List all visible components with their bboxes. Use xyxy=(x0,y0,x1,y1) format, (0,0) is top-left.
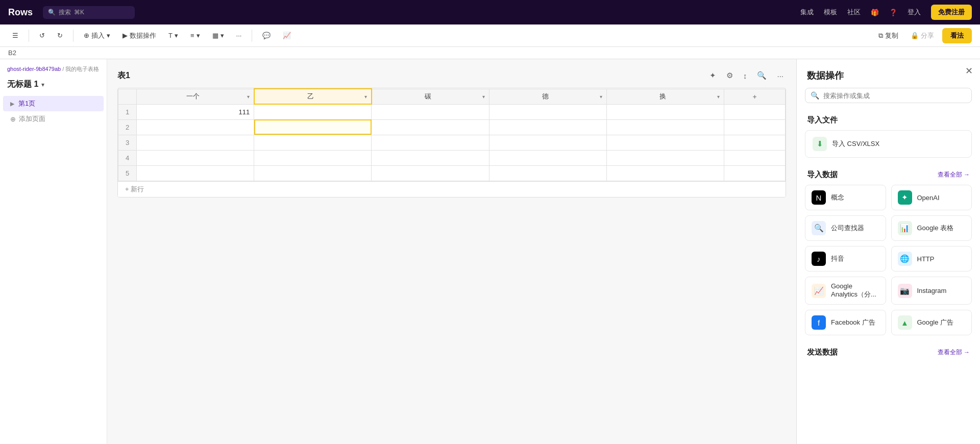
integration-card-douyin[interactable]: ♪抖音 xyxy=(805,246,886,272)
redo-button[interactable]: ↻ xyxy=(53,30,67,41)
sort-button[interactable]: ↕ xyxy=(741,70,750,82)
grid-cell[interactable] xyxy=(254,135,372,150)
lock-icon: 🔒 xyxy=(911,32,919,39)
insert-button[interactable]: ⊕ 插入 ▾ xyxy=(80,29,114,42)
nav-help-icon[interactable]: ❓ xyxy=(889,9,897,16)
col-c-caret[interactable]: ▾ xyxy=(482,94,485,100)
integration-card-notion[interactable]: N概念 xyxy=(805,185,886,210)
add-row-button[interactable]: + 新行 xyxy=(118,181,786,197)
grid-cell[interactable] xyxy=(372,135,489,150)
col-e-caret[interactable]: ▾ xyxy=(717,94,720,100)
grid-cell[interactable]: 111 xyxy=(137,104,254,119)
col-header-a[interactable]: 一个 ▾ xyxy=(137,89,254,104)
grid-cell[interactable] xyxy=(606,150,724,165)
chart-button[interactable]: 📈 xyxy=(279,30,295,41)
align-button[interactable]: ≡ ▾ xyxy=(186,30,204,41)
grid-cell-extra[interactable] xyxy=(724,165,786,181)
integration-card-openai[interactable]: ✦OpenAI xyxy=(891,185,972,210)
breadcrumb-user[interactable]: ghost-rider-9b8479ab xyxy=(7,66,61,72)
row-number: 5 xyxy=(118,165,137,181)
grid-cell[interactable] xyxy=(489,104,606,119)
nav-templates[interactable]: 模板 xyxy=(824,8,837,17)
more-options-button[interactable]: ··· xyxy=(232,30,246,41)
text-format-button[interactable]: T ▾ xyxy=(164,30,182,41)
integration-card-google-ads[interactable]: ▲Google 广告 xyxy=(891,310,972,335)
nav-community[interactable]: 社区 xyxy=(847,8,861,17)
doc-title-caret[interactable]: ▾ xyxy=(41,81,44,88)
grid-cell-extra[interactable] xyxy=(724,150,786,165)
grid-cell[interactable] xyxy=(372,119,489,135)
grid-cell[interactable] xyxy=(489,165,606,181)
col-b-caret[interactable]: ▾ xyxy=(364,94,367,100)
cell-reference: B2 xyxy=(8,49,16,57)
grid-cell[interactable] xyxy=(137,165,254,181)
integration-card-facebook-ads[interactable]: fFacebook 广告 xyxy=(805,310,886,335)
panel-search-box[interactable]: 🔍 xyxy=(805,88,972,103)
integration-card-http[interactable]: 🌐HTTP xyxy=(891,246,972,272)
breadcrumb-sheet: 我的电子表格 xyxy=(65,66,99,72)
format-button[interactable]: ▦ ▾ xyxy=(208,30,228,41)
share-button[interactable]: 🔒 分享 xyxy=(906,29,938,42)
search-sheet-button[interactable]: 🔍 xyxy=(754,69,769,82)
filter-button[interactable]: ⚙ xyxy=(724,69,736,82)
google-sheets-icon: 📊 xyxy=(898,221,912,235)
grid-cell[interactable] xyxy=(137,135,254,150)
col-header-b[interactable]: 乙 ▾ xyxy=(254,89,372,104)
see-all-send-button[interactable]: 查看全部 → xyxy=(938,348,970,357)
grid-cell[interactable] xyxy=(137,119,254,135)
sheet-header: 表1 ✦ ⚙ ↕ 🔍 ··· xyxy=(117,69,786,82)
panel-close-button[interactable]: ✕ xyxy=(965,65,973,77)
sidebar-toggle-button[interactable]: ☰ xyxy=(8,30,22,41)
grid-cell[interactable] xyxy=(372,104,489,119)
grid-cell-extra[interactable] xyxy=(724,119,786,135)
ai-suggest-button[interactable]: ✦ xyxy=(707,69,719,82)
grid-cell[interactable] xyxy=(137,150,254,165)
row-number: 4 xyxy=(118,150,137,165)
undo-button[interactable]: ↺ xyxy=(35,30,49,41)
grid-cell[interactable] xyxy=(254,104,372,119)
row-number: 1 xyxy=(118,104,137,119)
grid-cell[interactable] xyxy=(254,165,372,181)
grid-cell[interactable] xyxy=(489,135,606,150)
integration-card-instagram[interactable]: 📷Instagram xyxy=(891,277,972,305)
import-csv-button[interactable]: ⬇ 导入 CSV/XLSX xyxy=(805,130,972,158)
nav-gift-icon: 🎁 xyxy=(871,9,879,16)
doc-title: 无标题 1 xyxy=(7,79,38,90)
add-page-button[interactable]: ⊕ 添加页面 xyxy=(3,111,104,127)
col-d-caret[interactable]: ▾ xyxy=(600,94,602,100)
grid-cell[interactable] xyxy=(489,150,606,165)
free-register-button[interactable]: 免费注册 xyxy=(931,5,972,20)
nav-login[interactable]: 登入 xyxy=(908,8,921,17)
search-bar[interactable]: 🔍 搜索 ⌘K xyxy=(43,6,135,19)
integration-card-company-finder[interactable]: 🔍公司查找器 xyxy=(805,215,886,241)
integration-card-google-analytics[interactable]: 📈Google Analytics（分... xyxy=(805,277,886,305)
grid-cell-extra[interactable] xyxy=(724,104,786,119)
grid-cell[interactable] xyxy=(606,119,724,135)
grid-cell[interactable] xyxy=(606,165,724,181)
send-data-section-header: 发送数据 xyxy=(807,348,838,357)
comment-button[interactable]: 💬 xyxy=(258,30,275,41)
integration-card-google-sheets[interactable]: 📊Google 表格 xyxy=(891,215,972,241)
grid-cell[interactable] xyxy=(254,150,372,165)
duplicate-button[interactable]: ⧉ 复制 xyxy=(874,29,902,42)
col-header-e[interactable]: 换 ▾ xyxy=(606,89,724,104)
grid-cell[interactable] xyxy=(606,104,724,119)
grid-cell[interactable] xyxy=(489,119,606,135)
col-a-caret[interactable]: ▾ xyxy=(247,94,250,100)
panel-search-input[interactable] xyxy=(823,92,966,100)
add-column-button[interactable]: + xyxy=(724,89,786,104)
grid-cell-extra[interactable] xyxy=(724,135,786,150)
sidebar-item-page1[interactable]: ▶ 第1页 xyxy=(3,96,104,111)
nav-integrations[interactable]: 集成 xyxy=(800,8,814,17)
grid-cell[interactable] xyxy=(254,119,372,135)
col-header-d[interactable]: 德 ▾ xyxy=(489,89,606,104)
col-header-c[interactable]: 碳 ▾ xyxy=(372,89,489,104)
grid-cell[interactable] xyxy=(372,150,489,165)
more-sheet-options[interactable]: ··· xyxy=(774,70,786,82)
grid-cell[interactable] xyxy=(372,165,489,181)
breadcrumb: ghost-rider-9b8479ab / 我的电子表格 xyxy=(0,65,107,77)
grid-cell[interactable] xyxy=(606,135,724,150)
view-button[interactable]: 看法 xyxy=(942,28,972,43)
see-all-import-button[interactable]: 查看全部 → xyxy=(938,170,970,179)
data-ops-button[interactable]: ▶ 数据操作 xyxy=(118,29,160,42)
